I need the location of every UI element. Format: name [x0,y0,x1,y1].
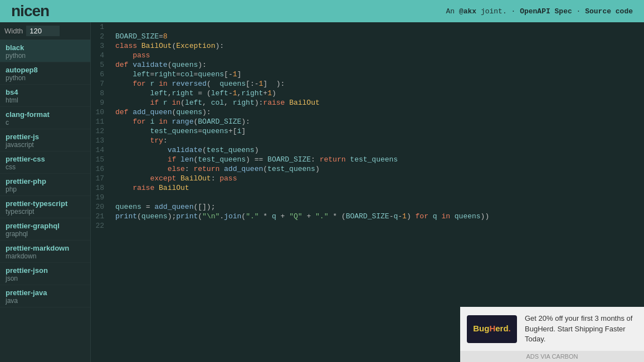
ad-footer: ADS VIA CARBON [460,351,644,362]
table-row: 10 def add_queen(queens): [91,107,644,117]
table-row: 18 raise BailOut [91,183,644,193]
table-row: 11 for i in range(BOARD_SIZE): [91,117,644,126]
ad-logo-dot: H [489,324,495,333]
table-row: 20 queens = add_queen([]); [91,202,644,212]
table-row: 16 else: return add_queen(test_queens) [91,164,644,174]
separator: · [577,7,586,16]
header: nicen An @akx joint. · OpenAPI Spec · So… [0,0,644,22]
ad-text: Get 20% off your first 3 months of BugHe… [525,314,637,344]
sidebar-item-prettier-graphql[interactable]: prettier-graphql graphql [0,218,90,241]
ad-logo: BugHerd. [467,315,517,343]
main-layout: Width black python autopep8 python bs4 h… [0,22,644,362]
width-control: Width [0,22,90,40]
table-row: 9 if r in(left, col, right):raise BailOu… [91,98,644,107]
table-row: 6 left=right=col=queens[-1] [91,70,644,79]
table-row: 5 def validate(queens): [91,60,644,70]
joint-text: joint. · [481,7,520,16]
table-row: 22 [91,221,644,231]
sidebar-item-prettier-php[interactable]: prettier-php php [0,174,90,196]
table-row: 21 print(queens);print("\n".join("." * q… [91,212,644,221]
sidebar-item-prettier-markdown[interactable]: prettier-markdown markdown [0,241,90,263]
table-row: 15 if len(test_queens) == BOARD_SIZE: re… [91,155,644,164]
table-row: 7 for r in reversed( queens[:-1] ): [91,79,644,89]
akx-link[interactable]: @akx [459,7,476,16]
sidebar-item-prettier-java[interactable]: prettier-java java [0,285,90,307]
openapi-link[interactable]: OpenAPI Spec [520,7,572,16]
sidebar-item-prettier-json[interactable]: prettier-json json [0,263,90,285]
ad-content: BugHerd. Get 20% off your first 3 months… [460,307,644,351]
table-row: 2 BOARD_SIZE=8 [91,32,644,41]
sidebar-item-clang-format[interactable]: clang-format c [0,107,90,129]
sidebar-item-prettier-typescript[interactable]: prettier-typescript typescript [0,196,90,218]
table-row: 1 [91,22,644,32]
table-row: 12 test_queens=queens+[i] [91,126,644,136]
ad-panel[interactable]: BugHerd. Get 20% off your first 3 months… [460,307,644,362]
table-row: 17 except BailOut: pass [91,174,644,183]
table-row: 19 [91,193,644,202]
table-row: 14 validate(test_queens) [91,145,644,155]
source-link[interactable]: Source code [585,7,633,16]
sidebar-item-black[interactable]: black python [0,40,90,62]
ad-logo-text: BugHerd. [473,324,511,334]
header-right: An @akx joint. · OpenAPI Spec · Source c… [446,7,633,16]
code-area[interactable]: 1 2 BOARD_SIZE=8 3 class BailOut(Excepti… [91,22,644,362]
table-row: 3 class BailOut(Exception): [91,41,644,51]
code-table: 1 2 BOARD_SIZE=8 3 class BailOut(Excepti… [91,22,644,231]
sidebar-item-bs4[interactable]: bs4 html [0,85,90,107]
sidebar: Width black python autopep8 python bs4 h… [0,22,91,362]
sidebar-item-prettier-css[interactable]: prettier-css css [0,151,90,174]
table-row: 8 left,right = (left-1,right+1) [91,89,644,98]
table-row: 13 try: [91,136,644,145]
width-label: Width [4,27,23,35]
sidebar-item-autopep8[interactable]: autopep8 python [0,62,90,85]
logo[interactable]: nicen [11,2,49,20]
sidebar-item-lang: python [6,52,85,60]
table-row: 4 pass [91,51,644,60]
tagline-text: An [446,7,455,16]
sidebar-item-name: black [6,43,85,52]
sidebar-item-prettier-js[interactable]: prettier-js javascript [0,129,90,151]
width-input[interactable] [26,26,60,36]
